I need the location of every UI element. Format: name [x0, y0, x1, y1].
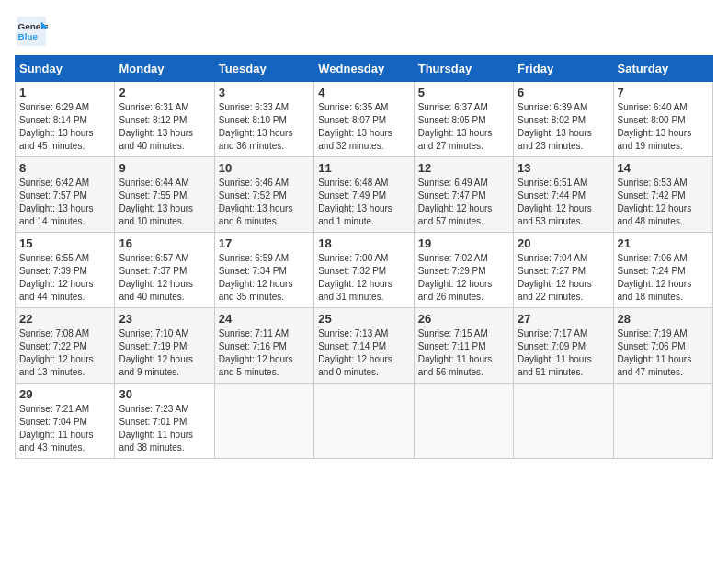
day-info: Sunrise: 6:53 AMSunset: 7:42 PMDaylight:… — [618, 177, 709, 228]
day-info: Sunrise: 6:31 AMSunset: 8:12 PMDaylight:… — [119, 101, 210, 153]
day-info: Sunrise: 6:48 AMSunset: 7:49 PMDaylight:… — [318, 177, 409, 228]
calendar-cell — [514, 384, 613, 459]
day-info: Sunrise: 6:35 AMSunset: 8:07 PMDaylight:… — [318, 101, 409, 153]
day-info: Sunrise: 6:55 AMSunset: 7:39 PMDaylight:… — [19, 252, 110, 304]
day-number: 7 — [618, 86, 709, 99]
day-number: 10 — [219, 161, 310, 175]
calendar-cell: 25Sunrise: 7:13 AMSunset: 7:14 PMDayligh… — [314, 308, 414, 384]
day-info: Sunrise: 6:37 AMSunset: 8:05 PMDaylight:… — [418, 101, 509, 153]
calendar-cell: 4Sunrise: 6:35 AMSunset: 8:07 PMDaylight… — [314, 82, 414, 157]
svg-text:Blue: Blue — [18, 31, 39, 41]
day-number: 9 — [119, 161, 210, 175]
calendar-cell: 16Sunrise: 6:57 AMSunset: 7:37 PMDayligh… — [115, 233, 214, 308]
calendar-cell: 29Sunrise: 7:21 AMSunset: 7:04 PMDayligh… — [16, 384, 115, 459]
calendar-header-row: SundayMondayTuesdayWednesdayThursdayFrid… — [16, 56, 713, 82]
day-number: 26 — [418, 312, 509, 326]
day-number: 5 — [418, 86, 509, 99]
day-info: Sunrise: 7:02 AMSunset: 7:29 PMDaylight:… — [418, 252, 509, 304]
day-info: Sunrise: 6:33 AMSunset: 8:10 PMDaylight:… — [219, 101, 310, 153]
calendar-week-1: 1Sunrise: 6:29 AMSunset: 8:14 PMDaylight… — [16, 82, 713, 157]
day-info: Sunrise: 7:21 AMSunset: 7:04 PMDaylight:… — [19, 403, 110, 454]
day-info: Sunrise: 6:57 AMSunset: 7:37 PMDaylight:… — [119, 252, 210, 304]
logo: General Blue — [15, 15, 51, 48]
calendar-week-3: 15Sunrise: 6:55 AMSunset: 7:39 PMDayligh… — [16, 233, 713, 308]
logo-icon: General Blue — [15, 15, 48, 48]
calendar-cell: 23Sunrise: 7:10 AMSunset: 7:19 PMDayligh… — [115, 308, 214, 384]
day-info: Sunrise: 7:00 AMSunset: 7:32 PMDaylight:… — [318, 252, 409, 304]
day-info: Sunrise: 7:19 AMSunset: 7:06 PMDaylight:… — [618, 327, 709, 379]
calendar-cell: 12Sunrise: 6:49 AMSunset: 7:47 PMDayligh… — [414, 157, 513, 233]
calendar-cell: 24Sunrise: 7:11 AMSunset: 7:16 PMDayligh… — [214, 308, 313, 384]
calendar-cell: 15Sunrise: 6:55 AMSunset: 7:39 PMDayligh… — [16, 233, 115, 308]
calendar-cell: 13Sunrise: 6:51 AMSunset: 7:44 PMDayligh… — [514, 157, 613, 233]
day-info: Sunrise: 6:59 AMSunset: 7:34 PMDaylight:… — [219, 252, 310, 304]
day-info: Sunrise: 7:17 AMSunset: 7:09 PMDaylight:… — [518, 327, 609, 379]
calendar-week-5: 29Sunrise: 7:21 AMSunset: 7:04 PMDayligh… — [16, 384, 713, 459]
calendar-cell: 27Sunrise: 7:17 AMSunset: 7:09 PMDayligh… — [514, 308, 613, 384]
day-info: Sunrise: 6:40 AMSunset: 8:00 PMDaylight:… — [618, 101, 709, 153]
calendar-cell — [414, 384, 513, 459]
calendar-cell: 20Sunrise: 7:04 AMSunset: 7:27 PMDayligh… — [514, 233, 613, 308]
day-info: Sunrise: 7:13 AMSunset: 7:14 PMDaylight:… — [318, 327, 409, 379]
day-number: 27 — [518, 312, 609, 326]
header-wednesday: Wednesday — [314, 56, 414, 82]
day-number: 21 — [618, 236, 709, 250]
day-number: 18 — [318, 236, 409, 250]
day-number: 13 — [518, 161, 609, 175]
day-info: Sunrise: 7:11 AMSunset: 7:16 PMDaylight:… — [219, 327, 310, 379]
day-info: Sunrise: 6:49 AMSunset: 7:47 PMDaylight:… — [418, 177, 509, 228]
day-number: 4 — [318, 86, 409, 99]
calendar-cell: 21Sunrise: 7:06 AMSunset: 7:24 PMDayligh… — [613, 233, 712, 308]
day-number: 20 — [518, 236, 609, 250]
day-number: 29 — [19, 387, 110, 401]
page-header: General Blue — [15, 15, 713, 48]
calendar-cell: 26Sunrise: 7:15 AMSunset: 7:11 PMDayligh… — [414, 308, 513, 384]
calendar-cell: 28Sunrise: 7:19 AMSunset: 7:06 PMDayligh… — [613, 308, 712, 384]
header-sunday: Sunday — [16, 56, 115, 82]
header-tuesday: Tuesday — [214, 56, 313, 82]
day-number: 19 — [418, 236, 509, 250]
day-number: 3 — [219, 86, 310, 99]
calendar-cell — [214, 384, 313, 459]
day-number: 15 — [19, 236, 110, 250]
calendar-cell: 14Sunrise: 6:53 AMSunset: 7:42 PMDayligh… — [613, 157, 712, 233]
calendar-week-2: 8Sunrise: 6:42 AMSunset: 7:57 PMDaylight… — [16, 157, 713, 233]
day-number: 23 — [119, 312, 210, 326]
day-number: 30 — [119, 387, 210, 401]
day-number: 12 — [418, 161, 509, 175]
calendar-week-4: 22Sunrise: 7:08 AMSunset: 7:22 PMDayligh… — [16, 308, 713, 384]
header-monday: Monday — [115, 56, 214, 82]
day-number: 16 — [119, 236, 210, 250]
day-info: Sunrise: 7:23 AMSunset: 7:01 PMDaylight:… — [119, 403, 210, 454]
calendar-cell: 9Sunrise: 6:44 AMSunset: 7:55 PMDaylight… — [115, 157, 214, 233]
day-number: 24 — [219, 312, 310, 326]
day-number: 2 — [119, 86, 210, 99]
header-thursday: Thursday — [414, 56, 513, 82]
day-info: Sunrise: 6:39 AMSunset: 8:02 PMDaylight:… — [518, 101, 609, 153]
day-number: 1 — [19, 86, 110, 99]
calendar-cell: 17Sunrise: 6:59 AMSunset: 7:34 PMDayligh… — [214, 233, 313, 308]
day-number: 14 — [618, 161, 709, 175]
day-info: Sunrise: 6:29 AMSunset: 8:14 PMDaylight:… — [19, 101, 110, 153]
day-info: Sunrise: 7:04 AMSunset: 7:27 PMDaylight:… — [518, 252, 609, 304]
day-number: 28 — [618, 312, 709, 326]
day-info: Sunrise: 6:51 AMSunset: 7:44 PMDaylight:… — [518, 177, 609, 228]
calendar-cell: 18Sunrise: 7:00 AMSunset: 7:32 PMDayligh… — [314, 233, 414, 308]
calendar-cell: 10Sunrise: 6:46 AMSunset: 7:52 PMDayligh… — [214, 157, 313, 233]
day-info: Sunrise: 6:44 AMSunset: 7:55 PMDaylight:… — [119, 177, 210, 228]
header-friday: Friday — [514, 56, 613, 82]
calendar-cell: 2Sunrise: 6:31 AMSunset: 8:12 PMDaylight… — [115, 82, 214, 157]
header-saturday: Saturday — [613, 56, 712, 82]
calendar-cell: 11Sunrise: 6:48 AMSunset: 7:49 PMDayligh… — [314, 157, 414, 233]
calendar-cell: 19Sunrise: 7:02 AMSunset: 7:29 PMDayligh… — [414, 233, 513, 308]
day-number: 17 — [219, 236, 310, 250]
day-number: 11 — [318, 161, 409, 175]
calendar-cell: 6Sunrise: 6:39 AMSunset: 8:02 PMDaylight… — [514, 82, 613, 157]
day-info: Sunrise: 7:15 AMSunset: 7:11 PMDaylight:… — [418, 327, 509, 379]
day-number: 22 — [19, 312, 110, 326]
day-info: Sunrise: 6:42 AMSunset: 7:57 PMDaylight:… — [19, 177, 110, 228]
calendar-table: SundayMondayTuesdayWednesdayThursdayFrid… — [15, 55, 713, 459]
calendar-cell: 1Sunrise: 6:29 AMSunset: 8:14 PMDaylight… — [16, 82, 115, 157]
calendar-cell: 5Sunrise: 6:37 AMSunset: 8:05 PMDaylight… — [414, 82, 513, 157]
day-info: Sunrise: 7:06 AMSunset: 7:24 PMDaylight:… — [618, 252, 709, 304]
